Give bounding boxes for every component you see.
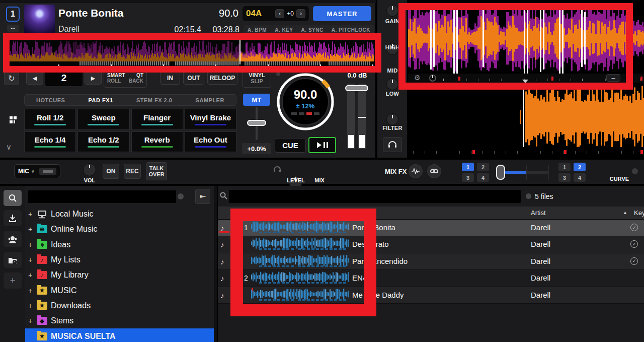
- fx-assign-right-3[interactable]: 3: [558, 173, 571, 182]
- jog-beat-leds: [291, 112, 319, 115]
- pad-reverb[interactable]: Reverb: [131, 131, 183, 153]
- library-auto-folder-tab[interactable]: [4, 252, 22, 268]
- pad-sweep[interactable]: Sweep: [77, 109, 129, 130]
- vinyl-label: VINYL: [249, 72, 265, 78]
- library-dj-support-tab[interactable]: [4, 231, 22, 247]
- low-label: LOW: [377, 91, 408, 97]
- tab-pad-fx1[interactable]: PAD FX1: [89, 97, 113, 103]
- track-artist-cell: Darell: [531, 223, 550, 232]
- key-shift-down-button[interactable]: ‹: [275, 9, 284, 18]
- cue-level-label: LEVEL: [286, 177, 306, 183]
- library-divider[interactable]: [214, 186, 218, 342]
- pad-echo-half[interactable]: Echo 1/2: [77, 131, 129, 153]
- play-pause-button[interactable]: [308, 137, 336, 153]
- auto-sync-button[interactable]: A. SYNC: [301, 27, 324, 33]
- pad-roll-half[interactable]: Roll 1/2: [24, 109, 76, 130]
- crossfader-tick: [526, 165, 527, 180]
- low-knob[interactable]: [386, 113, 398, 125]
- folder-flash-icon: [8, 256, 17, 264]
- mic-on-button[interactable]: ON: [103, 164, 119, 179]
- pad-tab-bar: HOTCUES PAD FX1 STEM FX 2.0 SAMPLER: [24, 94, 236, 106]
- loop-out-button[interactable]: OUT: [183, 71, 204, 85]
- sidebar-item-online-music[interactable]: + ⊕ Online Music: [25, 222, 214, 237]
- back-label[interactable]: BACK: [129, 78, 143, 84]
- fx-assign-left-3[interactable]: 3: [462, 173, 474, 182]
- smart-label[interactable]: SMART: [107, 73, 125, 78]
- fx-assign-left-4[interactable]: 4: [477, 173, 489, 182]
- master-button[interactable]: MASTER: [313, 6, 371, 21]
- deck-dots-icon[interactable]: ••: [7, 25, 19, 32]
- library-search-tab[interactable]: [4, 190, 22, 206]
- gain-knob[interactable]: [386, 5, 398, 17]
- sidebar-search-input[interactable]: [28, 190, 176, 203]
- headphones-icon: [388, 141, 397, 148]
- sidebar-back-button[interactable]: ⇤: [195, 189, 210, 204]
- channel-fader-handle[interactable]: [345, 85, 368, 91]
- sidebar-item-my-library[interactable]: + ♪ My Library: [25, 267, 214, 283]
- pads-collapse-chevron-icon[interactable]: ∨: [6, 143, 12, 152]
- crossfader-handle[interactable]: [496, 165, 505, 180]
- qt-label[interactable]: QT: [136, 73, 143, 78]
- key-shift-up-button[interactable]: ›: [296, 9, 305, 18]
- sidebar-item-music[interactable]: + ★ MUSIC: [25, 283, 214, 298]
- loop-double-button[interactable]: ▶: [85, 72, 102, 85]
- track-artist-cell: Darell: [531, 291, 550, 299]
- star-folder-icon: ★: [37, 302, 47, 310]
- tab-hotcues[interactable]: HOTCUES: [36, 97, 65, 103]
- fx-link-icon[interactable]: [427, 164, 441, 178]
- sidebar-item-local-music[interactable]: + Local Music: [25, 207, 214, 222]
- fx-assign-left-1[interactable]: 1: [462, 163, 474, 171]
- loop-icon[interactable]: ↻: [4, 71, 19, 85]
- loop-in-button[interactable]: IN: [160, 71, 180, 85]
- talkover-button[interactable]: TALK OVER: [146, 162, 167, 180]
- sidebar-item-musica-suelta[interactable]: ★ MUSICA SUELTA: [25, 328, 214, 342]
- auto-bpm-button[interactable]: A. BPM: [248, 27, 267, 33]
- pad-flanger[interactable]: Flanger: [131, 109, 183, 130]
- fx-assign-right-2[interactable]: 2: [574, 163, 586, 171]
- bpm-value[interactable]: 90.0: [205, 8, 238, 19]
- cue-button[interactable]: CUE: [275, 138, 306, 153]
- rec-button[interactable]: REC: [124, 164, 141, 179]
- track-search-input[interactable]: [229, 190, 521, 203]
- lightbulb-folder-icon: [37, 241, 47, 249]
- album-art[interactable]: [24, 5, 55, 35]
- tab-sampler[interactable]: SAMPLER: [196, 97, 224, 103]
- headphone-cue-button[interactable]: [383, 137, 402, 152]
- music-note-folder-icon: ♪: [37, 271, 47, 279]
- sidebar-item-stems[interactable]: + ◆ Stems: [25, 313, 214, 328]
- sidebar-item-my-lists[interactable]: + ♪ My Lists: [25, 252, 214, 267]
- auto-key-button[interactable]: A. KEY: [275, 27, 293, 33]
- meter-level-left: [348, 135, 354, 148]
- pitch-slider-handle[interactable]: [247, 120, 266, 126]
- fx-assign-right-1[interactable]: 1: [558, 163, 571, 171]
- mt-button[interactable]: MT: [243, 94, 270, 106]
- loop-half-button[interactable]: ◀: [26, 72, 43, 85]
- pads-grid-icon[interactable]: [4, 112, 22, 128]
- tab-stem-fx[interactable]: STEM FX 2.0: [136, 97, 173, 103]
- jog-wheel[interactable]: 90.0 ± 12%: [275, 71, 336, 132]
- mix-fx-wave-icon[interactable]: [409, 164, 423, 178]
- pad-echo-quarter[interactable]: Echo 1/4: [24, 131, 76, 153]
- roll-label[interactable]: ROLL: [107, 78, 121, 84]
- library-downloads-tab[interactable]: [4, 210, 22, 226]
- filter-label: FILTER: [377, 125, 408, 131]
- sidebar-item-downloads[interactable]: + ★ Downloads: [25, 298, 214, 313]
- mic-dropdown[interactable]: MIC ∨: [14, 164, 60, 178]
- fx-assign-right-4[interactable]: 4: [574, 173, 586, 182]
- mic-vol-knob[interactable]: [83, 163, 96, 176]
- pad-echo-out[interactable]: Echo Out: [185, 131, 236, 153]
- column-header-key[interactable]: Key: [634, 209, 644, 217]
- reloop-button[interactable]: RELOOP: [207, 71, 237, 85]
- fx-assign-left-2[interactable]: 2: [477, 163, 489, 171]
- sidebar-item-ideas[interactable]: + Ideas: [25, 237, 214, 252]
- key-value[interactable]: 04A: [246, 9, 273, 19]
- mix-fx-label: MIX FX: [385, 168, 407, 175]
- mid-knob[interactable]: [386, 78, 398, 90]
- deck2-detail-waveform[interactable]: [408, 84, 644, 147]
- deck-number-badge[interactable]: 1: [6, 7, 20, 22]
- auto-pitchlock-button[interactable]: A. PITCHLOCK: [332, 27, 370, 33]
- column-header-artist[interactable]: Artist: [531, 209, 546, 217]
- pad-vinyl-brake[interactable]: Vinyl Brake: [185, 109, 236, 130]
- search-icon: [220, 192, 227, 199]
- library-add-button[interactable]: +: [4, 272, 22, 289]
